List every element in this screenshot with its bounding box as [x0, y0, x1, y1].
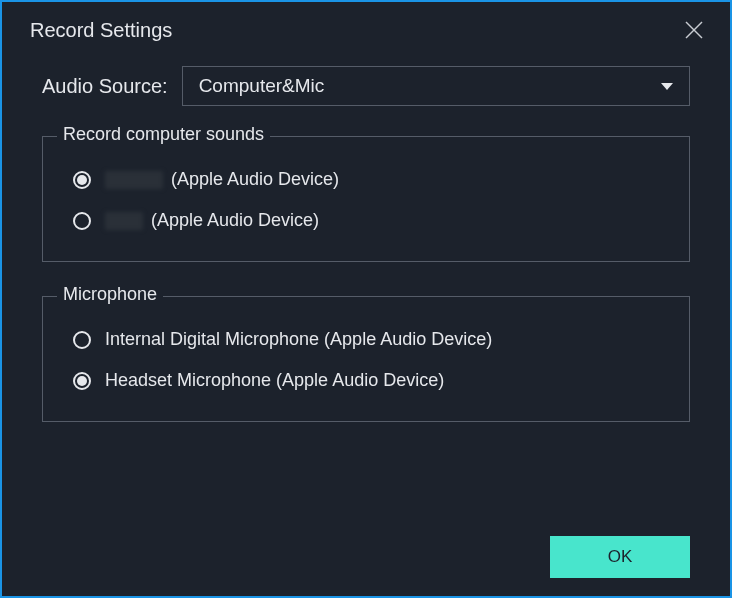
microphone-group: Microphone Internal Digital Microphone (…	[42, 296, 690, 422]
radio-icon	[73, 331, 91, 349]
computer-sound-option-1-label: (Apple Audio Device)	[105, 169, 339, 190]
dialog-title: Record Settings	[30, 19, 172, 42]
microphone-option-1-label: Internal Digital Microphone (Apple Audio…	[105, 329, 492, 350]
microphone-option-2-label: Headset Microphone (Apple Audio Device)	[105, 370, 444, 391]
computer-sounds-legend: Record computer sounds	[57, 124, 270, 145]
dialog-content: Audio Source: Computer&Mic Record comput…	[2, 54, 730, 596]
radio-icon	[73, 171, 91, 189]
microphone-option-1[interactable]: Internal Digital Microphone (Apple Audio…	[69, 319, 663, 360]
close-button[interactable]	[682, 18, 706, 42]
computer-sound-option-2[interactable]: (Apple Audio Device)	[69, 200, 663, 241]
audio-source-value: Computer&Mic	[199, 75, 325, 97]
audio-source-select[interactable]: Computer&Mic	[182, 66, 690, 106]
obscured-text	[105, 212, 143, 230]
computer-sounds-group: Record computer sounds (Apple Audio Devi…	[42, 136, 690, 262]
chevron-down-icon	[661, 83, 673, 90]
computer-sound-option-2-label: (Apple Audio Device)	[105, 210, 319, 231]
titlebar: Record Settings	[2, 2, 730, 54]
microphone-option-2[interactable]: Headset Microphone (Apple Audio Device)	[69, 360, 663, 401]
audio-source-row: Audio Source: Computer&Mic	[42, 66, 690, 106]
radio-icon	[73, 372, 91, 390]
button-row: OK	[42, 526, 690, 578]
record-settings-dialog: Record Settings Audio Source: Computer&M…	[2, 2, 730, 596]
audio-source-label: Audio Source:	[42, 75, 168, 98]
obscured-text	[105, 171, 163, 189]
computer-sound-option-1[interactable]: (Apple Audio Device)	[69, 159, 663, 200]
ok-button[interactable]: OK	[550, 536, 690, 578]
microphone-legend: Microphone	[57, 284, 163, 305]
radio-icon	[73, 212, 91, 230]
close-icon	[684, 20, 704, 40]
